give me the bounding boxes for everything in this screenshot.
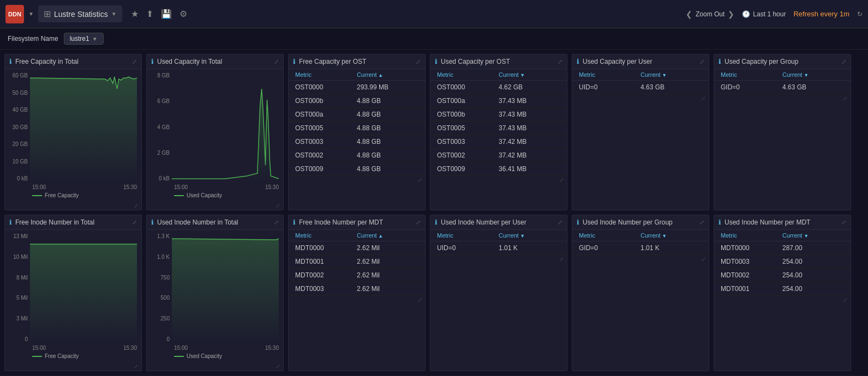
app-menu-arrow[interactable]: ▼ (28, 11, 34, 17)
topbar-icon-group: ★ ⬆ 💾 ⚙ (131, 9, 187, 19)
value-cell: 37.43 MB (499, 111, 560, 118)
metric-cell: OST0000 (437, 83, 499, 91)
metric-cell: MDT0001 (721, 285, 782, 293)
legend-color-line (174, 356, 184, 357)
panel-header: ℹ Used Capacity per Group ⤢ (714, 54, 851, 69)
clock-icon: 🕐 (742, 10, 750, 18)
chart-xaxis: 15:00 15:30 (174, 344, 279, 352)
table-row: GID=0 1.01 K (572, 241, 709, 255)
table-row: OST000a 37.43 MB (430, 94, 567, 108)
metric-cell: MDT0003 (295, 285, 357, 293)
panel-expand-icon[interactable]: ⤢ (416, 58, 421, 65)
zoom-out-label[interactable]: Zoom Out (696, 10, 725, 18)
table-row: OST0009 36.41 MB (430, 162, 567, 176)
metric-cell: UID=0 (579, 83, 640, 91)
panel-title-text: Used Capacity per User (583, 58, 652, 65)
col1-header[interactable]: Metric (721, 71, 782, 78)
panel-title-text: Used Inode Number per MDT (725, 219, 810, 226)
value-cell: 37.42 MB (499, 138, 560, 145)
table-row: OST0005 37.43 MB (430, 122, 567, 135)
panel-bottom: ⤢ (289, 176, 425, 184)
panel-info-icon: ℹ (719, 58, 721, 65)
col2-header[interactable]: Current (640, 232, 702, 239)
time-info: 🕐 Last 1 hour (742, 10, 786, 18)
col2-header[interactable]: Current (357, 232, 418, 239)
col2-header[interactable]: Current (499, 71, 560, 78)
col1-header[interactable]: Metric (721, 232, 782, 239)
panel-title-text: Free Capacity per OST (299, 58, 366, 65)
app-title-box[interactable]: ⊞ Lustre Statistics ▼ (38, 5, 122, 22)
legend-label: Used Capacity (187, 353, 222, 359)
table-row: MDT0000 2.62 Mil (289, 241, 425, 255)
filter-caret-icon: ▼ (92, 36, 98, 42)
panel-title-text: Free Inode Number per MDT (299, 219, 383, 226)
zoom-left-icon[interactable]: ❮ (686, 10, 692, 19)
panel-header: ℹ Used Inode Number per User ⤢ (430, 215, 567, 230)
panel-header: ℹ Used Inode Number in Total ⤢ (147, 215, 283, 230)
panel-expand-icon[interactable]: ⤢ (132, 219, 137, 226)
metric-cell: MDT0002 (721, 271, 782, 279)
share-icon[interactable]: ⬆ (146, 9, 153, 19)
table-header: Metric Current (430, 69, 567, 81)
col2-header[interactable]: Current (357, 71, 418, 78)
panel-expand-icon[interactable]: ⤢ (274, 58, 279, 65)
legend-label: Free Capacity (45, 192, 79, 198)
table-row: OST0003 37.42 MB (430, 135, 567, 149)
metric-cell: MDT0000 (721, 244, 782, 252)
refresh-icon[interactable]: ↻ (857, 10, 863, 18)
panel-expand-icon[interactable]: ⤢ (274, 219, 279, 226)
col1-header[interactable]: Metric (579, 71, 640, 78)
table-header: Metric Current (289, 230, 425, 241)
chart-legend: Free Capacity (32, 191, 137, 201)
panel-title-text: Used Capacity per OST (441, 58, 510, 65)
panel-header: ℹ Used Capacity per User ⤢ (572, 54, 709, 69)
panel-used-inode-mdt: ℹ Used Inode Number per MDT ⤢ Metric Cur… (714, 215, 851, 371)
panel-expand-icon[interactable]: ⤢ (841, 219, 846, 226)
metric-cell: OST0005 (295, 124, 357, 132)
panel-bottom: ⤢ (572, 255, 709, 263)
panel-title-text: Used Capacity in Total (157, 58, 222, 65)
value-cell: 4.88 GB (357, 151, 418, 159)
metric-cell: GID=0 (579, 244, 640, 252)
chart-svg (172, 72, 279, 181)
col2-header[interactable]: Current (782, 71, 844, 78)
table-row: UID=0 4.63 GB (572, 81, 709, 94)
col1-header[interactable]: Metric (437, 232, 499, 239)
table-row: MDT0002 2.62 Mil (289, 269, 425, 282)
col2-header[interactable]: Current (640, 71, 702, 78)
metric-cell: GID=0 (721, 83, 782, 91)
value-cell: 1.01 K (499, 244, 560, 252)
metric-cell: OST000b (295, 97, 357, 105)
col1-header[interactable]: Metric (579, 232, 640, 239)
panel-expand-icon[interactable]: ⤢ (132, 58, 137, 65)
settings-icon[interactable]: ⚙ (179, 9, 187, 19)
panel-bottom: ⤢ (430, 176, 567, 184)
panel-free-capacity-total: ℹ Free Capacity in Total ⤢ 60 GB50 GB40 … (4, 54, 142, 210)
panel-used-capacity-total: ℹ Used Capacity in Total ⤢ 8 GB6 GB4 GB2… (146, 54, 284, 210)
panel-expand-icon[interactable]: ⤢ (699, 219, 704, 226)
panel-expand-icon[interactable]: ⤢ (841, 58, 846, 65)
legend-color-line (32, 195, 42, 196)
panel-bottom: ⤢ (714, 94, 851, 102)
metric-cell: OST0002 (295, 151, 357, 159)
filesystem-filter[interactable]: lustre1 ▼ (64, 33, 104, 45)
col2-header[interactable]: Current (499, 232, 560, 239)
save-icon[interactable]: 💾 (161, 9, 172, 19)
col2-header[interactable]: Current (782, 232, 844, 239)
panel-used-inode-group: ℹ Used Inode Number per Group ⤢ Metric C… (572, 215, 709, 371)
value-cell: 254.00 (782, 285, 844, 293)
table-header: Metric Current (289, 69, 425, 81)
col1-header[interactable]: Metric (295, 232, 357, 239)
panel-used-capacity-ost: ℹ Used Capacity per OST ⤢ Metric Current… (430, 54, 567, 210)
panel-expand-icon[interactable]: ⤢ (558, 219, 562, 226)
metric-cell: OST0009 (437, 165, 499, 173)
table-header: Metric Current (572, 69, 709, 81)
col1-header[interactable]: Metric (295, 71, 357, 78)
value-cell: 4.88 GB (357, 165, 418, 173)
star-icon[interactable]: ★ (131, 9, 139, 19)
panel-expand-icon[interactable]: ⤢ (699, 58, 704, 65)
panel-expand-icon[interactable]: ⤢ (558, 58, 562, 65)
col1-header[interactable]: Metric (437, 71, 499, 78)
zoom-right-icon[interactable]: ❯ (728, 10, 734, 19)
panel-expand-icon[interactable]: ⤢ (416, 219, 421, 226)
